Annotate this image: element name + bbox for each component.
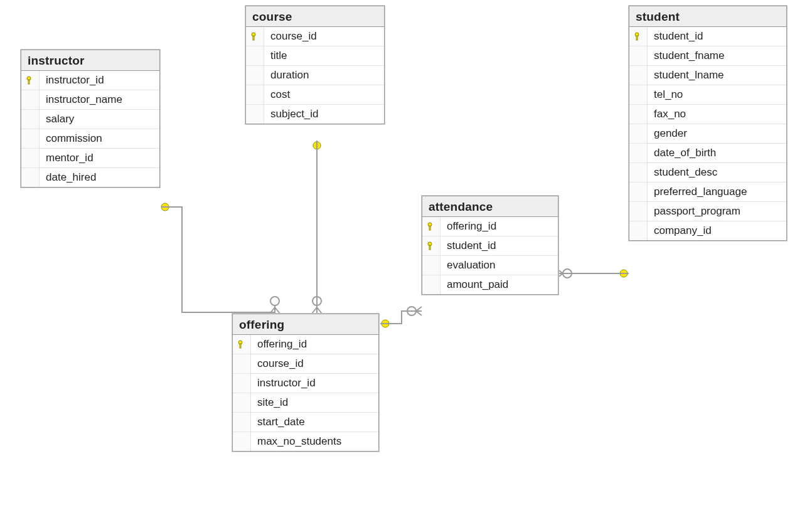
- table-row[interactable]: course_id: [233, 354, 378, 374]
- table-row[interactable]: offering_id: [233, 335, 378, 354]
- key-cell-empty: [629, 124, 648, 143]
- table-row[interactable]: offering_id: [422, 217, 558, 236]
- key-cell-empty: [422, 256, 441, 275]
- key-cell-empty: [629, 163, 648, 182]
- field-name: cost: [264, 88, 384, 101]
- table-row[interactable]: instructor_id: [233, 374, 378, 393]
- field-name: instructor_name: [40, 93, 159, 106]
- table-course[interactable]: course course_id title duration cost sub…: [245, 6, 385, 124]
- table-row[interactable]: gender: [629, 124, 786, 144]
- table-row[interactable]: title: [246, 46, 384, 66]
- field-name: student_id: [648, 30, 786, 43]
- svg-rect-29: [240, 344, 241, 348]
- field-name: student_desc: [648, 166, 786, 179]
- svg-point-8: [313, 297, 321, 305]
- field-name: company_id: [648, 225, 786, 237]
- key-cell-empty: [629, 105, 648, 124]
- field-name: preferred_language: [648, 186, 786, 198]
- table-body: offering_id student_id evaluation amount…: [422, 217, 558, 294]
- table-student[interactable]: student student_id student_fname student…: [629, 6, 787, 241]
- svg-rect-25: [28, 80, 29, 84]
- svg-point-14: [407, 307, 416, 315]
- table-row[interactable]: date_hired: [21, 168, 159, 187]
- table-row[interactable]: evaluation: [422, 256, 558, 275]
- table-header: offering: [233, 314, 378, 335]
- svg-line-16: [416, 307, 422, 311]
- svg-point-6: [313, 142, 321, 149]
- field-name: course_id: [264, 30, 384, 43]
- table-header: attendance: [422, 196, 558, 217]
- svg-rect-27: [253, 36, 254, 40]
- svg-point-2: [270, 297, 279, 305]
- svg-line-11: [317, 307, 322, 314]
- field-name: student_fname: [648, 50, 786, 62]
- table-header: instructor: [21, 50, 159, 71]
- key-icon: [629, 27, 648, 46]
- svg-line-10: [312, 307, 317, 314]
- key-cell-empty: [629, 46, 648, 65]
- table-row[interactable]: student_desc: [629, 163, 786, 183]
- field-name: tel_no: [648, 88, 786, 101]
- table-row[interactable]: duration: [246, 66, 384, 85]
- table-row[interactable]: date_of_birth: [629, 144, 786, 163]
- table-header: course: [246, 6, 384, 27]
- table-row[interactable]: cost: [246, 85, 384, 105]
- table-row[interactable]: start_date: [233, 413, 378, 432]
- table-row[interactable]: mentor_id: [21, 149, 159, 168]
- table-instructor[interactable]: instructor instructor_id instructor_name…: [21, 50, 160, 188]
- table-body: offering_id course_id instructor_id site…: [233, 335, 378, 451]
- svg-line-5: [275, 307, 280, 314]
- table-offering[interactable]: offering offering_id course_id instructo…: [232, 314, 379, 452]
- field-name: max_no_students: [251, 435, 378, 448]
- field-name: commission: [40, 132, 159, 145]
- field-name: passport_program: [648, 205, 786, 218]
- key-icon: [233, 335, 251, 354]
- table-row[interactable]: instructor_name: [21, 90, 159, 110]
- field-name: gender: [648, 127, 786, 140]
- key-cell-empty: [233, 374, 251, 393]
- table-row[interactable]: preferred_language: [629, 183, 786, 202]
- table-body: instructor_id instructor_name salary com…: [21, 71, 159, 187]
- field-name: instructor_id: [40, 74, 159, 87]
- key-icon: [422, 236, 441, 255]
- key-icon: [21, 71, 40, 90]
- table-row[interactable]: student_lname: [629, 66, 786, 85]
- table-attendance[interactable]: attendance offering_id student_id evalua…: [422, 196, 558, 295]
- table-row[interactable]: instructor_id: [21, 71, 159, 90]
- table-row[interactable]: student_id: [629, 27, 786, 46]
- key-icon: [246, 27, 264, 46]
- svg-point-12: [382, 320, 389, 327]
- table-row[interactable]: student_fname: [629, 46, 786, 66]
- field-name: course_id: [251, 357, 378, 370]
- svg-line-17: [416, 311, 422, 315]
- table-row[interactable]: subject_id: [246, 105, 384, 124]
- field-name: start_date: [251, 416, 378, 428]
- table-row[interactable]: max_no_students: [233, 432, 378, 451]
- key-cell-empty: [422, 275, 441, 294]
- table-row[interactable]: student_id: [422, 236, 558, 256]
- field-name: site_id: [251, 396, 378, 409]
- svg-rect-35: [636, 36, 638, 40]
- table-row[interactable]: passport_program: [629, 202, 786, 221]
- field-name: date_of_birth: [648, 147, 786, 159]
- table-body: course_id title duration cost subject_id: [246, 27, 384, 124]
- field-name: evaluation: [441, 259, 558, 272]
- field-name: mentor_id: [40, 152, 159, 164]
- key-cell-empty: [21, 168, 40, 187]
- key-cell-empty: [246, 46, 264, 65]
- table-row[interactable]: fax_no: [629, 105, 786, 124]
- svg-rect-31: [429, 226, 430, 230]
- er-diagram-canvas: instructor instructor_id instructor_name…: [0, 0, 812, 508]
- svg-point-18: [620, 270, 628, 277]
- table-row[interactable]: salary: [21, 110, 159, 129]
- field-name: duration: [264, 69, 384, 82]
- table-row[interactable]: commission: [21, 129, 159, 149]
- field-name: offering_id: [251, 338, 378, 351]
- table-row[interactable]: tel_no: [629, 85, 786, 105]
- key-cell-empty: [246, 66, 264, 85]
- table-row[interactable]: site_id: [233, 393, 378, 413]
- table-row[interactable]: company_id: [629, 221, 786, 240]
- table-row[interactable]: course_id: [246, 27, 384, 46]
- table-row[interactable]: amount_paid: [422, 275, 558, 294]
- field-name: offering_id: [441, 220, 558, 233]
